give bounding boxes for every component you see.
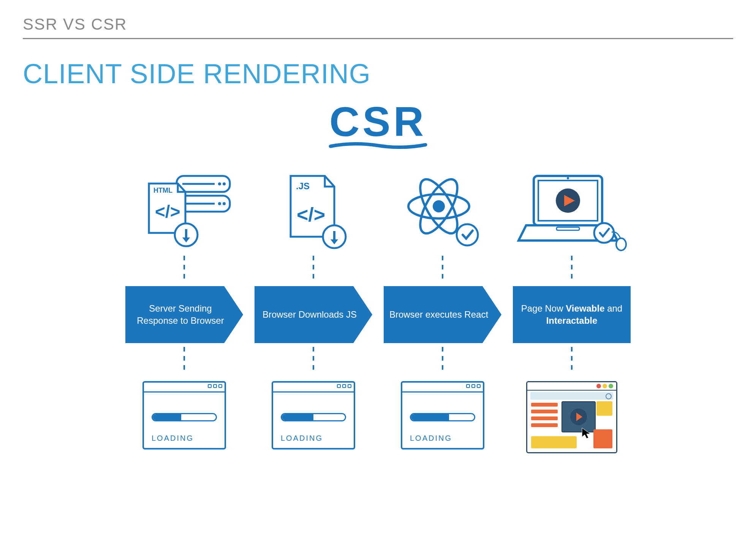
step-label: Browser Downloads JS <box>259 309 368 321</box>
loading-browser-icon: LOADING <box>125 377 243 453</box>
svg-text:</>: </> <box>297 204 325 226</box>
connector-dash <box>571 256 573 282</box>
step-label: Page Now Viewable and Interactable <box>513 302 631 327</box>
header-divider <box>23 38 733 39</box>
html-badge-text: HTML <box>153 187 172 194</box>
step-3: Browser executes React LOADING <box>384 165 501 453</box>
loading-label: LOADING <box>281 434 323 443</box>
connector-dash <box>183 256 185 282</box>
loading-label: LOADING <box>410 434 452 443</box>
step-arrow: Browser executes React <box>384 286 501 343</box>
svg-point-30 <box>594 223 614 243</box>
svg-point-2 <box>218 182 221 185</box>
step-1: HTML </> Server Sending Response to Brow… <box>125 165 243 453</box>
svg-point-7 <box>223 202 226 205</box>
steps-row: HTML </> Server Sending Response to Brow… <box>125 165 631 453</box>
connector-dash <box>571 347 573 374</box>
svg-point-6 <box>218 202 221 205</box>
rendered-browser-icon <box>513 377 631 453</box>
step-arrow: Browser Downloads JS <box>255 286 372 343</box>
step-label: Server Sending Response to Browser <box>125 302 243 327</box>
svg-point-31 <box>616 238 626 250</box>
header-section-label: SSR VS CSR <box>23 15 733 33</box>
loading-browser-icon: LOADING <box>255 377 372 453</box>
step-arrow: Server Sending Response to Browser <box>125 286 243 343</box>
connector-dash <box>313 256 314 282</box>
svg-point-21 <box>433 200 445 212</box>
cursor-icon <box>581 427 592 439</box>
react-logo-icon <box>384 165 501 252</box>
svg-text:</>: </> <box>155 202 180 222</box>
svg-marker-33 <box>582 428 590 438</box>
step-label: Browser executes React <box>386 309 500 321</box>
connector-dash <box>313 347 314 374</box>
connector-dash <box>442 347 443 374</box>
laptop-play-icon <box>513 165 631 252</box>
svg-point-3 <box>223 182 226 185</box>
loading-browser-icon: LOADING <box>384 377 501 453</box>
svg-point-22 <box>457 224 478 245</box>
step-2: .JS </> Browser Downloads JS <box>255 165 372 453</box>
connector-dash <box>183 347 185 374</box>
connector-dash <box>442 256 443 282</box>
js-badge-text: .JS <box>296 181 310 191</box>
svg-point-26 <box>567 177 569 179</box>
step-arrow-final: Page Now Viewable and Interactable <box>513 286 631 343</box>
step-4: Page Now Viewable and Interactable <box>513 165 631 453</box>
page-title: CLIENT SIDE RENDERING <box>23 58 733 89</box>
csr-diagram: CSR HTML <box>23 101 733 453</box>
js-file-download-icon: .JS </> <box>255 165 372 252</box>
csr-underline-icon <box>329 141 427 149</box>
csr-acronym: CSR <box>329 101 427 142</box>
html-server-download-icon: HTML </> <box>125 165 243 252</box>
loading-label: LOADING <box>152 434 194 443</box>
